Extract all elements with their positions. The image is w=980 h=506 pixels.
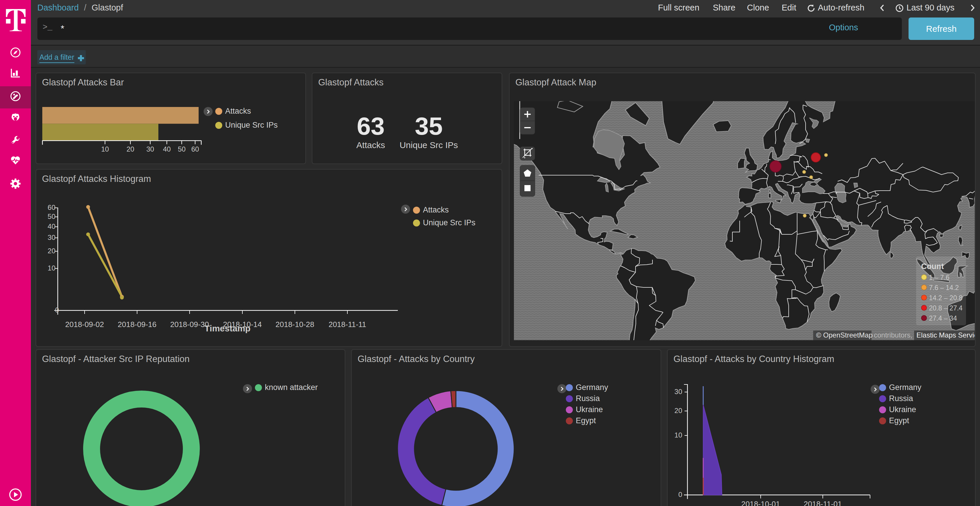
svg-text:Count: Count (921, 262, 944, 271)
svg-text:© OpenStreetMap: © OpenStreetMap (816, 331, 873, 339)
svg-text:27.4 – 34: 27.4 – 34 (929, 314, 957, 322)
svg-text:7.6 – 14.2: 7.6 – 14.2 (929, 284, 959, 292)
svg-text:20.8 – 27.4: 20.8 – 27.4 (929, 304, 963, 312)
svg-text:Elastic Maps Service: Elastic Maps Service (916, 331, 975, 339)
svg-text:14.2 – 20.8: 14.2 – 20.8 (929, 294, 963, 302)
svg-text:contributors,: contributors, (874, 331, 912, 339)
svg-text:1 – 7.6: 1 – 7.6 (929, 274, 950, 281)
